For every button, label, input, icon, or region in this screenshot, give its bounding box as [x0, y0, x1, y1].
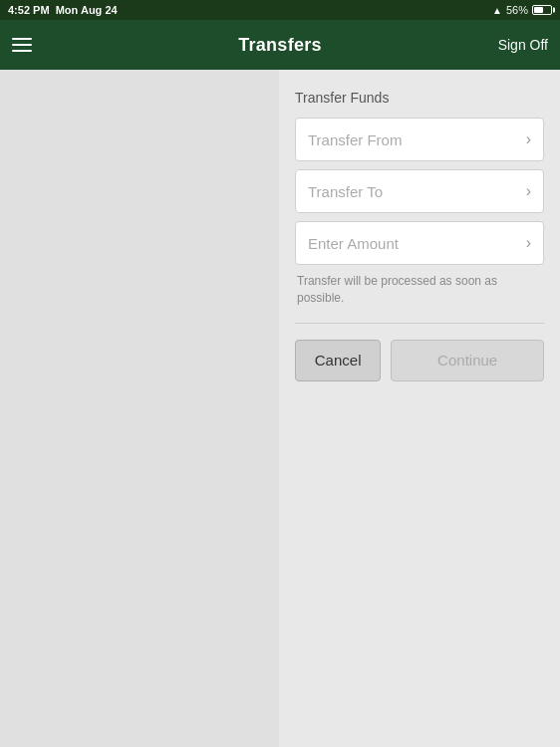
left-panel — [0, 70, 279, 747]
transfer-to-chevron-icon: › — [526, 182, 531, 200]
status-right-icons: ▲ 56% — [492, 4, 552, 16]
button-row: Cancel Continue — [295, 340, 544, 381]
sign-off-button[interactable]: Sign Off — [498, 37, 548, 53]
section-title: Transfer Funds — [295, 90, 544, 106]
right-panel: Transfer Funds Transfer From › Transfer … — [279, 70, 560, 747]
divider — [295, 323, 544, 324]
transfer-from-label: Transfer From — [308, 131, 402, 148]
main-content: Transfer Funds Transfer From › Transfer … — [0, 70, 560, 747]
transfer-to-field[interactable]: Transfer To › — [295, 169, 544, 213]
enter-amount-chevron-icon: › — [526, 234, 531, 252]
page-title: Transfers — [238, 20, 322, 70]
continue-button[interactable]: Continue — [391, 340, 544, 381]
menu-button[interactable] — [12, 38, 32, 52]
enter-amount-field[interactable]: Enter Amount › — [295, 221, 544, 265]
wifi-icon: ▲ — [492, 5, 502, 16]
header: Transfers Sign Off — [0, 20, 560, 70]
battery-pct: 56% — [506, 4, 528, 16]
transfer-to-label: Transfer To — [308, 183, 383, 200]
cancel-button[interactable]: Cancel — [295, 340, 381, 381]
transfer-from-chevron-icon: › — [526, 130, 531, 148]
status-bar: 4:52 PM Mon Aug 24 ▲ 56% — [0, 0, 560, 20]
transfer-note: Transfer will be processed as soon as po… — [295, 273, 544, 307]
transfer-from-field[interactable]: Transfer From › — [295, 118, 544, 161]
status-time: 4:52 PM Mon Aug 24 — [8, 4, 118, 16]
battery-icon — [532, 5, 552, 15]
enter-amount-label: Enter Amount — [308, 235, 399, 252]
